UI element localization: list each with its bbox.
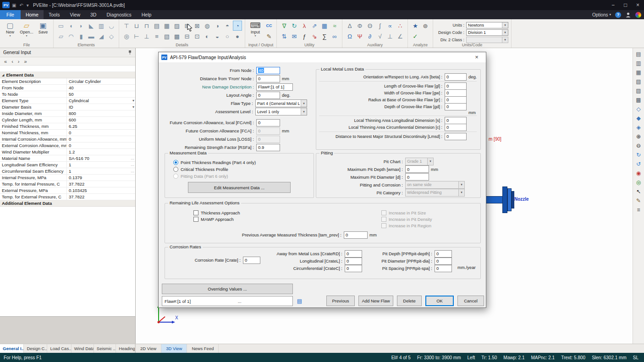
clip-icon[interactable]: ⊟ (182, 31, 192, 41)
tam-prev-input[interactable]: 0 (344, 231, 368, 239)
rotate-cw-icon[interactable]: ↻ (634, 151, 643, 159)
stiffener-icon[interactable]: ○ (223, 31, 232, 41)
export-icon[interactable]: ⇗ (310, 21, 319, 31)
row-value[interactable]: 50 (67, 91, 135, 97)
groove-width-input[interactable]: 0 (445, 89, 467, 97)
lifting-lug-icon[interactable]: ⊔ (132, 21, 141, 31)
ring-stiffener-icon[interactable]: ◎ (122, 31, 131, 41)
api-579-ffs-icon[interactable]: ◔ (233, 21, 242, 31)
import-icon[interactable]: ⇘ (310, 31, 319, 41)
lambda-icon[interactable]: λ (300, 21, 309, 31)
layout-angle-input[interactable]: 0 (256, 92, 280, 99)
lmsd-input[interactable]: 0 (445, 133, 467, 140)
row-value[interactable]: SA-516 70… (67, 155, 135, 161)
element-cylinder-icon[interactable]: ▭ (56, 21, 66, 31)
fatigue-icon[interactable]: ∂ (365, 31, 374, 41)
overriding-values-button[interactable]: Overriding Values ... (162, 284, 293, 294)
crate-input[interactable]: 0 (243, 257, 260, 264)
menu-file[interactable]: File (0, 10, 21, 19)
flaw-selector[interactable]: Flaw#:[1 of 1] ... (162, 296, 293, 306)
print-icon[interactable]: ▨ (634, 87, 643, 94)
close-button[interactable]: × (632, 0, 644, 10)
annotate-icon[interactable]: ✎ (634, 197, 643, 204)
critical-thickness-profile-radio[interactable]: Critical Thickness Profile (173, 166, 314, 173)
cc-utility-icon[interactable]: CC (264, 21, 274, 31)
element-half-pipe-icon[interactable]: ◡ (107, 21, 116, 31)
cratec-input[interactable]: 0 (345, 265, 362, 272)
max-pit-depth-input[interactable]: 0 (405, 165, 429, 173)
tailing-lug-icon[interactable]: ◐ (203, 31, 212, 41)
nozzle-3d-model[interactable] (484, 186, 516, 214)
select-icon[interactable]: ↖ (634, 187, 643, 195)
element-body-flange-icon[interactable]: ▥ (97, 21, 106, 31)
previous-button[interactable]: Previous (326, 296, 355, 306)
error-check-icon[interactable]: ✓ (411, 31, 420, 41)
distance-from-node-input[interactable]: 0 (256, 75, 280, 82)
rotate-ccw-icon[interactable]: ↺ (634, 160, 643, 168)
previous-element-icon[interactable]: ‹ (11, 59, 13, 64)
ok-button[interactable]: OK (425, 296, 454, 306)
element-list-icon[interactable]: ≡ (634, 206, 643, 214)
element-skirt-icon[interactable]: ◢ (97, 31, 106, 41)
shaded-view-icon[interactable]: ◆ (634, 114, 643, 122)
menu-3d[interactable]: 3D (85, 10, 101, 19)
flaw-type[interactable]: Part 4 (General Metal Loss)▾ (255, 99, 307, 107)
refresh-icon[interactable]: ↻ (290, 21, 299, 31)
panel-tab-seismic[interactable]: Seismic ... (94, 344, 116, 353)
row-value[interactable]: 6.25 (67, 123, 135, 129)
convert-icon[interactable]: ⇅ (280, 31, 289, 41)
panel-tab-design-c[interactable]: Design C... (24, 344, 47, 353)
menu-help[interactable]: Help (137, 10, 157, 19)
row-value[interactable]: ID▾ (67, 104, 135, 110)
platform-icon[interactable]: ▤ (152, 21, 161, 31)
maximize-button[interactable]: □ (619, 0, 632, 10)
assessment-level[interactable]: Level 1 only▾ (255, 108, 307, 115)
ellipsis-button[interactable]: … (131, 155, 134, 161)
saddle-icon[interactable]: ⊥ (142, 31, 151, 41)
pprpit-spa-input[interactable]: 0 (435, 265, 452, 272)
help-icon[interactable]: ? (615, 12, 621, 18)
hidden-line-view-icon[interactable]: ◈ (634, 123, 643, 131)
menu-view[interactable]: View (65, 10, 85, 19)
dialog-close-button[interactable]: × (470, 52, 483, 62)
wind-data-icon[interactable]: Ω (345, 31, 354, 41)
units-select[interactable]: Newtons▾ (466, 22, 508, 28)
panel-tab-general-i[interactable]: General I... (0, 344, 24, 353)
analyze-icon[interactable]: ★ (411, 21, 420, 31)
row-value[interactable]: 0 (67, 136, 135, 142)
ellipsis-button[interactable]: … (131, 168, 134, 174)
lta-circumferential-input[interactable]: 0 (445, 124, 467, 131)
open-button[interactable]: ▱Open...▾ (19, 21, 34, 37)
row-value[interactable]: 40 (67, 85, 135, 91)
summary-icon[interactable]: ▧ (634, 77, 643, 85)
row-value[interactable]: 37.7822 (67, 194, 135, 200)
panel-tab-load-cas[interactable]: Load Cas... (47, 344, 71, 353)
flange-check-icon[interactable]: Ψ (355, 31, 364, 41)
minimize-button[interactable]: − (607, 0, 619, 10)
damage-description-input[interactable]: Flaw#:[1 of 1] (256, 83, 293, 91)
panel-tab-heading[interactable]: Heading (116, 344, 135, 353)
options-button[interactable]: Options ▾ (592, 12, 611, 17)
pin-icon[interactable] (128, 50, 132, 55)
input-button[interactable]: ⌨Input▾ (248, 21, 263, 42)
misc-aux-icon[interactable]: ∠ (396, 31, 405, 41)
row-value[interactable]: Cylindrical▾ (67, 98, 135, 104)
packing-icon[interactable]: ▧ (162, 31, 171, 41)
zoom-in-icon[interactable]: ⊕ (634, 132, 643, 140)
row-value[interactable]: 1… (67, 168, 135, 174)
cratel-input[interactable]: 0 (345, 258, 362, 265)
element-torispherical-head-icon[interactable]: ◠ (66, 31, 76, 41)
basering-icon[interactable]: ◍ (203, 21, 212, 31)
groove-length-input[interactable]: 0 (445, 82, 467, 90)
first-element-icon[interactable]: « (4, 59, 7, 64)
filter-icon[interactable]: ∇ (280, 21, 289, 31)
row-value[interactable]: 0.1379 (67, 175, 135, 181)
wireframe-view-icon[interactable]: ◇ (634, 105, 643, 113)
grid-icon[interactable]: ▦ (320, 21, 329, 31)
datasheet-icon[interactable]: ▥ (634, 59, 643, 67)
account-icon[interactable] (625, 12, 631, 18)
groove-radius-input[interactable]: 0 (445, 96, 467, 104)
link-icon[interactable]: ∞ (330, 31, 339, 41)
pprpit-depth-input[interactable]: 0 (435, 250, 452, 258)
flaw-selector-ellipsis[interactable]: ... (238, 299, 242, 304)
